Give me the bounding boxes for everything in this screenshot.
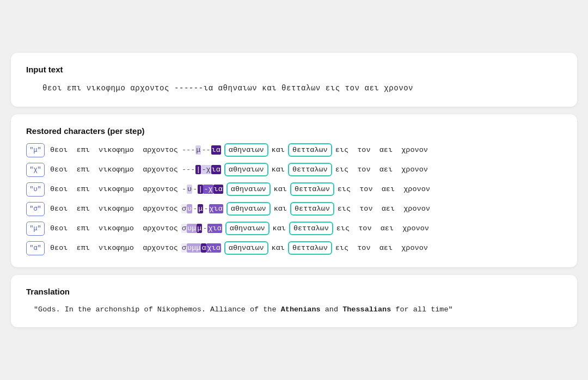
teal-word3-4: θετταλων [290,202,334,216]
bold-athenians: Athenians [281,305,321,314]
prefix-1: θεοι επι νικοφημο αρχοντος [50,146,178,154]
bold-thessalians: Thessalians [342,305,391,314]
row-text-5: θεοι επι νικοφημο αρχοντος συμμ-χια αθην… [50,222,429,235]
row-text-2: θεοι επι νικοφημο αρχοντος ---|-χια αθην… [50,163,428,176]
teal-word3-1: θετταλων [288,143,332,157]
restored-rows-container: "μ" θεοι επι νικοφημο αρχοντος ---μ--ια … [26,143,562,255]
char-badge-1: "μ" [26,143,45,157]
teal-word2-2: αθηναιων [224,163,268,176]
restored-card: Restored characters (per step) "μ" θεοι … [11,114,577,267]
teal-word3-6: θετταλων [288,241,332,255]
middle-word-4: συ-μ-χια [181,204,223,213]
middle-word-3: -υ-|-χια [181,185,223,194]
prefix-6: θεοι επι νικοφημο αρχοντος [50,244,178,252]
teal-word2-6: αθηναιων [224,241,268,255]
middle-word-5: συμμ-χια [181,224,222,233]
restored-row-5: "μ" θεοι επι νικοφημο αρχοντος συμμ-χια … [26,222,562,236]
teal-word2-1: αθηναιων [224,143,268,157]
input-text-title: Input text [26,65,562,74]
row-text-6: θεοι επι νικοφημο αρχοντος συμμαχια αθην… [50,241,428,255]
restored-row-6: "α" θεοι επι νικοφημο αρχοντος συμμαχια … [26,241,562,255]
teal-word2-4: αθηναιων [226,202,271,216]
input-text-card: Input text θεοι επι νικοφημο αρχοντος --… [11,53,577,107]
char-badge-3: "υ" [26,182,45,197]
char-badge-5: "μ" [26,222,45,236]
teal-word2-5: αθηναιων [225,222,270,235]
middle-word-1: ---μ--ια [181,145,221,155]
translation-title: Translation [26,287,562,296]
teal-word2-3: αθηναιων [226,182,271,196]
translation-card: Translation "Gods. In the archonship of … [11,275,577,328]
prefix-2: θεοι επι νικοφημο αρχοντος [50,166,178,174]
restored-title: Restored characters (per step) [26,126,562,136]
char-badge-2: "χ" [26,163,45,177]
middle-word-2: ---|-χια [181,165,221,174]
row-text-3: θεοι επι νικοφημο αρχοντος -υ-|-χια αθην… [50,182,430,196]
restored-row-1: "μ" θεοι επι νικοφημο αρχοντος ---μ--ια … [26,143,562,157]
middle-word-6: συμμαχια [181,243,221,253]
row-text-1: θεοι επι νικοφημο αρχοντος ---μ--ια αθην… [50,143,428,157]
char-badge-4: "σ" [26,202,45,216]
prefix-3: θεοι επι νικοφημο αρχοντος [50,185,178,193]
input-text-content: θεοι επι νικοφημο αρχοντος ------ια αθην… [26,82,562,95]
teal-word3-2: θετταλων [288,163,332,176]
char-badge-6: "α" [26,241,45,255]
prefix-5: θεοι επι νικοφημο αρχοντος [50,224,178,232]
row-text-4: θεοι επι νικοφημο αρχοντος συ-μ-χια αθην… [50,202,430,216]
restored-row-4: "σ" θεοι επι νικοφημο αρχοντος συ-μ-χια … [26,202,562,216]
teal-word3-5: θετταλων [289,222,333,235]
teal-word3-3: θετταλων [290,182,334,196]
translation-content: "Gods. In the archonship of Nikophemos. … [26,304,562,316]
prefix-4: θεοι επι νικοφημο αρχοντος [50,205,178,213]
restored-row-3: "υ" θεοι επι νικοφημο αρχοντος -υ-|-χια … [26,182,562,197]
restored-row-2: "χ" θεοι επι νικοφημο αρχοντος ---|-χια … [26,163,562,177]
